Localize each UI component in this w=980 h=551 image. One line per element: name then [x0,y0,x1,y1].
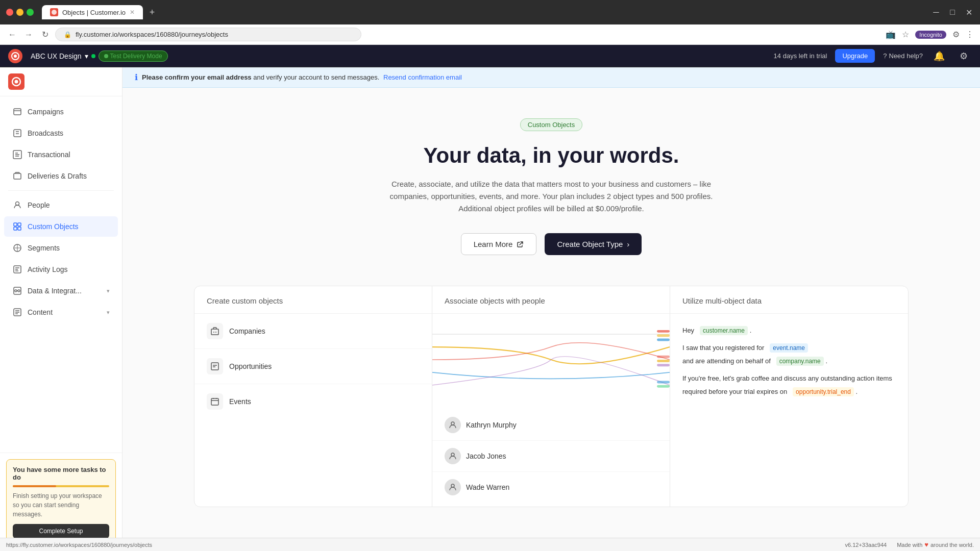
cast-icon[interactable]: 📺 [886,30,896,39]
sidebar-item-label: Broadcasts [28,129,63,137]
svg-rect-8 [14,173,21,179]
sidebar-item-label: Data & Integrat... [28,287,82,295]
complete-setup-button[interactable]: Complete Setup [13,524,109,538]
back-button[interactable]: ← [6,29,18,41]
sidebar-logo [0,67,122,96]
email-line-1: Hey customer.name . [682,324,896,337]
sidebar-bottom: You have some more tasks to do Finish se… [0,453,122,551]
person-avatar [445,448,461,464]
email-line-2: I saw that you registered for event.name [682,341,896,355]
refresh-button[interactable]: ↻ [39,29,51,41]
bookmark-icon[interactable]: ☆ [902,30,909,39]
sidebar-item-custom-objects[interactable]: Custom Objects [4,216,118,237]
feature-col-header-create: Create custom objects [194,286,432,314]
list-item: Opportunities [194,349,432,384]
svg-rect-27 [657,360,670,362]
notifications-button[interactable]: 🔔 [931,48,947,64]
action-buttons: Learn More Create Object Type › [461,233,642,255]
menu-icon[interactable]: ⋮ [966,30,974,39]
list-item: Jacob Jones [432,441,670,472]
people-icon [12,200,22,210]
svg-point-31 [451,422,454,425]
active-tab[interactable]: Objects | Customer.io ✕ [42,5,143,19]
email-preview: Hey customer.name . I saw that you regis… [670,314,908,409]
win-minimize-icon[interactable]: ─ [931,7,941,17]
help-icon: ? [883,52,887,60]
deliveries-icon [12,171,22,181]
feature-col-header-utilize: Utilize multi-object data [670,286,908,314]
custom-objects-icon [12,221,22,232]
companies-icon [207,323,223,339]
close-window-button[interactable] [6,9,13,16]
status-suffix: around the world. [930,542,974,548]
workspace-status-dot [91,54,95,58]
sidebar-item-broadcasts[interactable]: Broadcasts [4,123,118,143]
custom-objects-badge: Custom Objects [520,118,582,131]
expand-icon: ▾ [107,309,110,316]
win-close-icon[interactable]: ✕ [964,7,974,17]
feature-col-associate: Associate objects with people [432,286,670,507]
extensions-icon[interactable]: ⚙ [952,30,960,39]
minimize-window-button[interactable] [16,9,23,16]
svg-rect-5 [14,109,21,115]
email-line-3: and are attending on behalf of company.n… [682,355,896,368]
workspace-name[interactable]: ABC UX Design ▾ Test Delivery Mode [31,51,168,62]
help-button[interactable]: ? Need help? [883,52,923,60]
svg-point-32 [451,453,454,456]
info-icon: ℹ [135,72,138,82]
lock-icon: 🔒 [64,31,71,38]
svg-rect-24 [657,334,670,337]
resend-link[interactable]: Resend confirmation email [383,73,462,81]
maximize-window-button[interactable] [27,9,34,16]
sidebar-logo-icon [8,73,24,90]
sidebar-item-people[interactable]: People [4,195,118,215]
svg-rect-30 [657,385,670,388]
person-avatar [445,479,461,495]
person-name: Jacob Jones [466,452,506,460]
test-mode-badge[interactable]: Test Delivery Mode [99,51,168,62]
upgrade-button[interactable]: Upgrade [835,49,875,63]
tab-close-button[interactable]: ✕ [130,9,135,16]
broadcasts-icon [12,128,22,138]
settings-button[interactable]: ⚙ [955,48,972,64]
create-object-type-button[interactable]: Create Object Type › [545,233,642,255]
new-tab-button[interactable]: + [145,5,159,19]
address-bar: ← → ↻ 🔒 fly.customer.io/workspaces/16088… [0,24,980,45]
sidebar-item-label: Deliveries & Drafts [28,172,87,180]
forward-button[interactable]: → [22,29,35,41]
sidebar-item-campaigns[interactable]: Campaigns [4,102,118,122]
sidebar-item-deliveries[interactable]: Deliveries & Drafts [4,166,118,186]
win-restore-icon[interactable]: □ [947,7,958,17]
expand-icon: ▾ [107,288,110,294]
svg-rect-6 [14,130,21,137]
data-integrations-icon [12,286,22,296]
dropdown-chevron-icon: ▾ [85,52,88,60]
feature-col-utilize: Utilize multi-object data Hey customer.n… [670,286,908,507]
sidebar-item-data-integrations[interactable]: Data & Integrat... ▾ [4,281,118,301]
sidebar-item-segments[interactable]: Segments [4,238,118,258]
status-bar: https://fly.customer.io/workspaces/16088… [0,538,980,551]
address-input[interactable]: 🔒 fly.customer.io/workspaces/160880/jour… [55,28,361,41]
nav-divider [8,190,114,191]
svg-rect-11 [18,223,21,226]
sidebar-item-content[interactable]: Content ▾ [4,302,118,322]
main-description: Create, associate, and utilize the data … [373,178,730,215]
heart-icon: ♥ [924,541,928,548]
sidebar-item-transactional[interactable]: Transactional [4,144,118,165]
opportunities-icon [207,358,223,374]
learn-more-button[interactable]: Learn More [461,233,537,255]
incognito-badge: Incognito [915,31,946,39]
content-icon [12,307,22,317]
sidebar-nav: Campaigns Broadcasts Transactional Deliv… [0,96,122,453]
tasks-card: You have some more tasks to do Finish se… [6,459,116,545]
tab-title: Objects | Customer.io [62,9,126,16]
tasks-progress-fill [13,485,56,487]
sidebar-item-label: Content [28,308,53,316]
sidebar-item-activity-logs[interactable]: Activity Logs [4,259,118,280]
svg-rect-21 [211,363,218,370]
status-url: https://fly.customer.io/workspaces/16088… [6,542,845,548]
browser-chrome: Objects | Customer.io ✕ + ─ □ ✕ [0,0,980,24]
app-header: ABC UX Design ▾ Test Delivery Mode 14 da… [0,45,980,67]
sidebar-item-label: Transactional [28,151,70,159]
main-heading: Your data, in your words. [424,143,679,168]
